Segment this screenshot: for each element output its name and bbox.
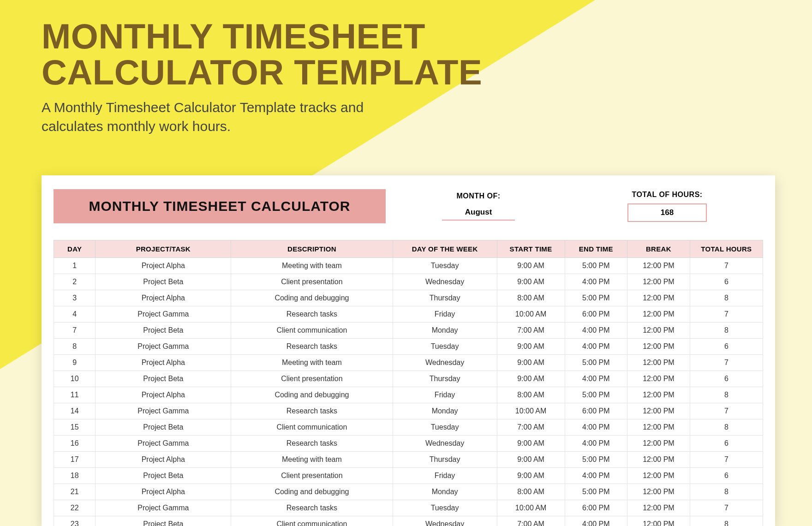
cell-end-time: 4:00 PM xyxy=(565,468,627,484)
cell-end-time: 4:00 PM xyxy=(565,419,627,436)
cell-day-of-week: Friday xyxy=(393,306,497,323)
cell-total-hours: 7 xyxy=(690,500,763,516)
cell-end-time: 4:00 PM xyxy=(565,339,627,355)
cell-total-hours: 7 xyxy=(690,355,763,371)
cell-total-hours: 7 xyxy=(690,403,763,419)
table-row: 1Project AlphaMeeting with teamTuesday9:… xyxy=(54,258,763,274)
cell-project: Project Alpha xyxy=(96,355,231,371)
cell-start-time: 9:00 AM xyxy=(497,339,565,355)
page-subtitle: A Monthly Timesheet Calculator Template … xyxy=(42,98,392,136)
table-row: 23Project BetaClient communicationWednes… xyxy=(54,516,763,526)
total-hours-block: TOTAL OF HOURS: 168 xyxy=(627,191,707,222)
cell-start-time: 9:00 AM xyxy=(497,468,565,484)
cell-start-time: 10:00 AM xyxy=(497,500,565,516)
cell-start-time: 9:00 AM xyxy=(497,436,565,452)
cell-break: 12:00 PM xyxy=(627,468,690,484)
cell-start-time: 9:00 AM xyxy=(497,355,565,371)
cell-break: 12:00 PM xyxy=(627,403,690,419)
timesheet-table: DAY PROJECT/TASK DESCRIPTION DAY OF THE … xyxy=(54,240,763,526)
cell-description: Client presentation xyxy=(231,468,393,484)
col-total-hours: TOTAL HOURS xyxy=(690,240,763,258)
timesheet-card: MONTHLY TIMESHEET CALCULATOR MONTH OF: A… xyxy=(42,175,775,526)
cell-total-hours: 8 xyxy=(690,290,763,306)
cell-total-hours: 7 xyxy=(690,452,763,468)
table-row: 22Project GammaResearch tasksTuesday10:0… xyxy=(54,500,763,516)
cell-day: 23 xyxy=(54,516,96,526)
cell-start-time: 10:00 AM xyxy=(497,306,565,323)
cell-day-of-week: Wednesday xyxy=(393,355,497,371)
cell-break: 12:00 PM xyxy=(627,419,690,436)
cell-day: 17 xyxy=(54,452,96,468)
cell-day: 21 xyxy=(54,484,96,500)
cell-project: Project Gamma xyxy=(96,436,231,452)
title-line-2: CALCULATOR TEMPLATE xyxy=(42,53,482,92)
cell-total-hours: 6 xyxy=(690,339,763,355)
cell-break: 12:00 PM xyxy=(627,436,690,452)
table-row: 8Project GammaResearch tasksTuesday9:00 … xyxy=(54,339,763,355)
cell-description: Coding and debugging xyxy=(231,387,393,403)
table-row: 9Project AlphaMeeting with teamWednesday… xyxy=(54,355,763,371)
cell-project: Project Gamma xyxy=(96,403,231,419)
cell-end-time: 6:00 PM xyxy=(565,403,627,419)
cell-start-time: 10:00 AM xyxy=(497,403,565,419)
sheet-meta: MONTH OF: August TOTAL OF HOURS: 168 xyxy=(386,189,763,223)
cell-total-hours: 7 xyxy=(690,258,763,274)
table-row: 4Project GammaResearch tasksFriday10:00 … xyxy=(54,306,763,323)
col-description: DESCRIPTION xyxy=(231,240,393,258)
cell-end-time: 4:00 PM xyxy=(565,516,627,526)
page-title: MONTHLY TIMESHEET CALCULATOR TEMPLATE xyxy=(42,18,482,90)
cell-end-time: 5:00 PM xyxy=(565,387,627,403)
cell-day: 11 xyxy=(54,387,96,403)
col-start-time: START TIME xyxy=(497,240,565,258)
cell-day-of-week: Wednesday xyxy=(393,516,497,526)
cell-end-time: 5:00 PM xyxy=(565,452,627,468)
cell-description: Research tasks xyxy=(231,339,393,355)
col-day: DAY xyxy=(54,240,96,258)
cell-description: Meeting with team xyxy=(231,355,393,371)
cell-day: 18 xyxy=(54,468,96,484)
cell-description: Coding and debugging xyxy=(231,290,393,306)
cell-break: 12:00 PM xyxy=(627,516,690,526)
cell-end-time: 4:00 PM xyxy=(565,371,627,387)
cell-end-time: 6:00 PM xyxy=(565,500,627,516)
cell-day: 14 xyxy=(54,403,96,419)
col-end-time: END TIME xyxy=(565,240,627,258)
table-row: 2Project BetaClient presentationWednesda… xyxy=(54,274,763,290)
cell-day-of-week: Monday xyxy=(393,323,497,339)
cell-day: 1 xyxy=(54,258,96,274)
cell-project: Project Beta xyxy=(96,274,231,290)
cell-description: Meeting with team xyxy=(231,452,393,468)
cell-description: Meeting with team xyxy=(231,258,393,274)
cell-break: 12:00 PM xyxy=(627,371,690,387)
cell-day-of-week: Thursday xyxy=(393,290,497,306)
cell-break: 12:00 PM xyxy=(627,274,690,290)
table-row: 3Project AlphaCoding and debuggingThursd… xyxy=(54,290,763,306)
cell-project: Project Beta xyxy=(96,323,231,339)
table-row: 10Project BetaClient presentationThursda… xyxy=(54,371,763,387)
total-hours-label: TOTAL OF HOURS: xyxy=(627,191,707,199)
cell-break: 12:00 PM xyxy=(627,339,690,355)
cell-description: Client communication xyxy=(231,323,393,339)
cell-project: Project Beta xyxy=(96,516,231,526)
cell-description: Research tasks xyxy=(231,403,393,419)
cell-start-time: 9:00 AM xyxy=(497,371,565,387)
cell-start-time: 7:00 AM xyxy=(497,419,565,436)
cell-day-of-week: Thursday xyxy=(393,452,497,468)
cell-end-time: 4:00 PM xyxy=(565,436,627,452)
table-row: 14Project GammaResearch tasksMonday10:00… xyxy=(54,403,763,419)
table-row: 7Project BetaClient communicationMonday7… xyxy=(54,323,763,339)
cell-day-of-week: Tuesday xyxy=(393,258,497,274)
col-break: BREAK xyxy=(627,240,690,258)
title-line-1: MONTHLY TIMESHEET xyxy=(42,17,425,56)
cell-project: Project Beta xyxy=(96,419,231,436)
cell-day-of-week: Wednesday xyxy=(393,436,497,452)
col-day-of-week: DAY OF THE WEEK xyxy=(393,240,497,258)
cell-project: Project Beta xyxy=(96,371,231,387)
table-row: 15Project BetaClient communicationTuesda… xyxy=(54,419,763,436)
cell-description: Client communication xyxy=(231,516,393,526)
cell-break: 12:00 PM xyxy=(627,323,690,339)
cell-day-of-week: Monday xyxy=(393,403,497,419)
table-row: 21Project AlphaCoding and debuggingMonda… xyxy=(54,484,763,500)
cell-description: Research tasks xyxy=(231,306,393,323)
cell-start-time: 9:00 AM xyxy=(497,258,565,274)
